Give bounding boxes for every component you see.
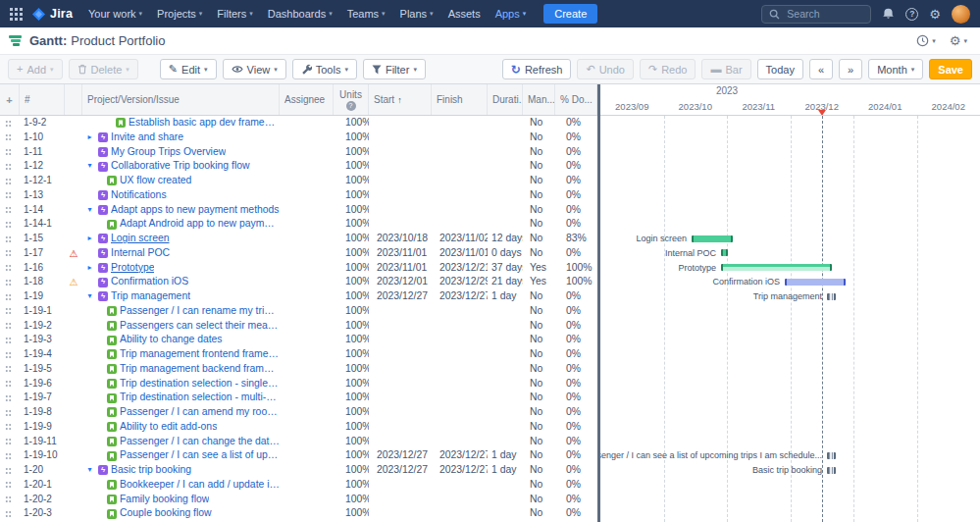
drag-handle-icon[interactable]: [5, 235, 12, 243]
collapse-icon[interactable]: ▾: [84, 463, 95, 478]
table-row[interactable]: 1-13ϟNotifications100%No0%: [0, 188, 597, 203]
issue-name-link[interactable]: Notifications: [111, 188, 167, 203]
table-row[interactable]: 1-16▸ϟPrototype100%2023/11/012023/12/213…: [0, 261, 597, 276]
issue-name-link[interactable]: Ability to edit add-ons: [120, 420, 217, 435]
issue-name-link[interactable]: Couple booking flow: [120, 506, 212, 521]
issue-name-link[interactable]: Passenger / I can change the dates ...: [120, 435, 280, 449]
issue-name-link[interactable]: Passengers can select their meal o...: [120, 319, 280, 334]
drag-handle-icon[interactable]: [5, 510, 12, 518]
issue-name-link[interactable]: My Group Trips Overview: [111, 145, 226, 160]
table-row[interactable]: 1-18⚠ϟConfirmation iOS100%2023/12/012023…: [0, 275, 597, 289]
table-row[interactable]: 1-19-2Passengers can select their meal o…: [0, 319, 597, 334]
user-avatar[interactable]: [952, 5, 970, 24]
app-switcher-icon[interactable]: [10, 8, 23, 21]
issue-name-link[interactable]: Trip management: [111, 289, 190, 304]
nav-menu-assets[interactable]: Assets: [448, 8, 481, 20]
issue-name-link[interactable]: Invite and share: [111, 130, 183, 145]
nav-menu-filters[interactable]: Filters▾: [217, 8, 252, 20]
zoom-month-button[interactable]: Month▾: [868, 59, 923, 79]
table-row[interactable]: 1-9-2Establish basic app dev framework10…: [0, 116, 597, 130]
expand-icon[interactable]: ▸: [84, 261, 95, 276]
table-row[interactable]: 1-19-7Trip destination selection - multi…: [0, 391, 597, 405]
nav-menu-apps[interactable]: Apps▾: [495, 8, 527, 20]
drag-handle-icon[interactable]: [5, 279, 12, 287]
nav-menu-plans[interactable]: Plans▾: [400, 8, 434, 20]
drag-handle-icon[interactable]: [5, 178, 12, 185]
search-input[interactable]: [785, 7, 863, 21]
issue-name-link[interactable]: Bookkeeper / I can add / update inv...: [120, 478, 280, 493]
edit-button[interactable]: ✎Edit▾: [160, 59, 217, 79]
settings-menu[interactable]: ⚙ ▾: [950, 34, 967, 47]
delete-button[interactable]: Delete▾: [69, 59, 138, 79]
table-row[interactable]: 1-17⚠ϟInternal POC100%2023/11/012023/11/…: [0, 246, 597, 261]
issue-name-link[interactable]: Ability to change dates: [120, 333, 223, 347]
table-row[interactable]: 1-20-3Couple booking flow100%No0%: [0, 506, 597, 521]
table-row[interactable]: 1-19-9Ability to edit add-ons100%No0%: [0, 420, 597, 435]
drag-handle-icon[interactable]: [5, 467, 12, 475]
filter-button[interactable]: Filter▾: [363, 59, 426, 79]
issue-name-link[interactable]: Establish basic app dev framework: [129, 116, 280, 130]
table-row[interactable]: 1-15▸ϟLogin screen100%2023/10/182023/11/…: [0, 232, 597, 246]
table-row[interactable]: 1-10▸ϟInvite and share100%No0%: [0, 130, 597, 145]
table-row[interactable]: 1-19-8Passenger / I can amend my room ..…: [0, 405, 597, 420]
issue-name-link[interactable]: Adapt Android app to new paymen...: [120, 217, 280, 232]
bar-button[interactable]: ▬Bar: [701, 59, 750, 79]
gantt-bar[interactable]: [721, 264, 832, 271]
drag-handle-icon[interactable]: [5, 322, 12, 330]
column-percent-done[interactable]: % Do...: [555, 84, 597, 115]
drag-handle-icon[interactable]: [5, 148, 12, 156]
collapse-icon[interactable]: ▾: [84, 289, 95, 304]
column-issue[interactable]: Project/Version/Issue: [82, 84, 280, 115]
column-number[interactable]: #: [20, 84, 65, 115]
issue-name-link[interactable]: Family booking flow: [120, 493, 209, 507]
notifications-bell-icon[interactable]: [882, 7, 895, 22]
settings-gear-icon[interactable]: ⚙: [929, 8, 941, 21]
table-row[interactable]: 1-12▾ϟCollaborative Trip booking flow100…: [0, 159, 597, 174]
table-row[interactable]: 1-19▾ϟTrip management100%2023/12/272023/…: [0, 289, 597, 304]
issue-name-link[interactable]: Passenger / I can amend my room ...: [120, 405, 280, 420]
issue-name-link[interactable]: Passenger / I can rename my trip to...: [120, 304, 280, 319]
scroll-right-button[interactable]: »: [839, 59, 862, 79]
table-row[interactable]: 1-20▾ϟBasic trip booking100%2023/12/2720…: [0, 463, 597, 478]
drag-handle-icon[interactable]: [5, 337, 12, 344]
drag-handle-icon[interactable]: [5, 351, 12, 359]
issue-name-link[interactable]: Trip management frontend framew...: [120, 347, 280, 362]
gantt-bar[interactable]: [827, 293, 836, 300]
drag-handle-icon[interactable]: [5, 206, 12, 214]
expand-icon[interactable]: ▸: [84, 232, 95, 246]
gantt-bar[interactable]: [692, 235, 733, 242]
table-row[interactable]: 1-19-1Passenger / I can rename my trip t…: [0, 304, 597, 319]
drag-handle-icon[interactable]: [5, 249, 12, 257]
refresh-button[interactable]: ↻Refresh: [502, 59, 572, 79]
jira-logo[interactable]: Jira: [32, 7, 73, 21]
drag-handle-icon[interactable]: [5, 423, 12, 431]
column-manual[interactable]: Man...: [523, 84, 555, 115]
table-row[interactable]: 1-19-10Passenger / I can see a list of u…: [0, 448, 597, 463]
issue-name-link[interactable]: Trip destination selection - multi-dest: [120, 391, 280, 405]
collapse-icon[interactable]: ▾: [84, 203, 95, 218]
red-warning-icon[interactable]: ⚠: [65, 246, 82, 261]
collapse-icon[interactable]: ▾: [84, 159, 95, 174]
tools-button[interactable]: Tools▾: [292, 59, 357, 79]
column-start[interactable]: Start↑: [369, 84, 432, 115]
gantt-bar[interactable]: [721, 249, 728, 256]
nav-menu-teams[interactable]: Teams▾: [347, 8, 386, 20]
issue-name-link[interactable]: Prototype: [111, 261, 154, 276]
nav-menu-your-work[interactable]: Your work▾: [88, 8, 142, 20]
drag-handle-icon[interactable]: [5, 365, 12, 373]
issue-name-link[interactable]: Passenger / I can see a list of upco...: [120, 448, 280, 463]
drag-handle-icon[interactable]: [5, 481, 12, 489]
issue-name-link[interactable]: Internal POC: [111, 246, 170, 261]
table-row[interactable]: 1-20-1Bookkeeper / I can add / update in…: [0, 478, 597, 493]
drag-handle-icon[interactable]: [5, 221, 12, 229]
issue-name-link[interactable]: Confirmation iOS: [111, 275, 188, 289]
column-duration[interactable]: Durati...: [488, 84, 523, 115]
table-row[interactable]: 1-11ϟMy Group Trips Overview100%No0%: [0, 145, 597, 160]
save-button[interactable]: Save: [929, 59, 972, 79]
gantt-bar[interactable]: [827, 467, 836, 474]
issue-name-link[interactable]: Basic trip booking: [111, 463, 191, 478]
table-row[interactable]: 1-19-11Passenger / I can change the date…: [0, 435, 597, 449]
issue-name-link[interactable]: Collaborative Trip booking flow: [111, 159, 250, 174]
drag-handle-icon[interactable]: [5, 394, 12, 402]
help-icon[interactable]: ?: [905, 8, 918, 21]
